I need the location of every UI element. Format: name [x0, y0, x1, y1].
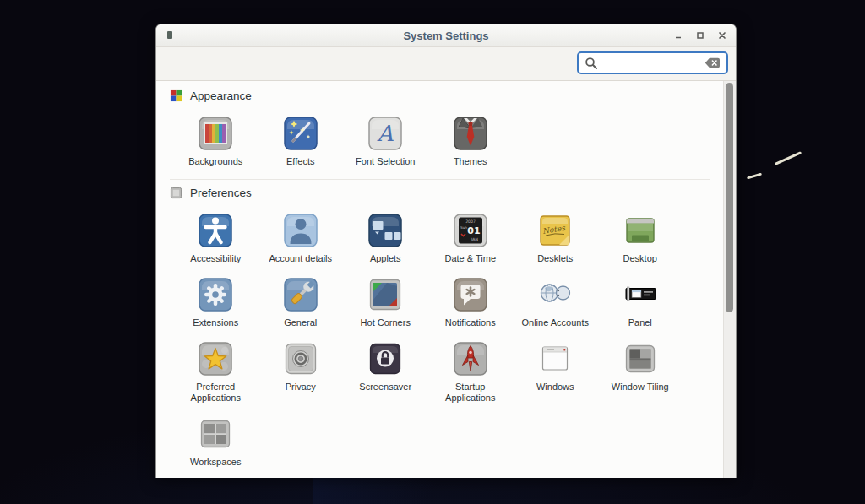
category-item-workspaces[interactable]: Workspaces [173, 409, 258, 473]
category-item-label: Effects [286, 156, 314, 167]
window-tiling-icon [620, 339, 661, 379]
category-item-backgrounds[interactable]: Backgrounds [173, 108, 258, 172]
category-item-privacy[interactable]: Privacy [258, 333, 344, 409]
notifications-icon [450, 274, 491, 315]
category-item-label: Window Tiling [612, 382, 669, 393]
category-item-windows[interactable]: Windows [513, 333, 598, 409]
section-header-preferences: Preferences [170, 185, 710, 200]
close-button[interactable] [716, 30, 727, 41]
category-item-applets[interactable]: Applets [343, 205, 428, 269]
desktop-artifact-dash [747, 173, 762, 180]
category-item-accessibility[interactable]: Accessibility [173, 205, 258, 269]
effects-icon [280, 113, 321, 154]
category-item-desklets[interactable]: NotesDesklets [513, 205, 598, 269]
category-item-label: Extensions [193, 317, 238, 328]
category-item-label: Desktop [623, 253, 657, 264]
preferences-section-icon [170, 187, 182, 199]
category-item-window-tiling[interactable]: Window Tiling [598, 333, 683, 409]
applets-icon [365, 210, 405, 251]
desktop-icon [620, 210, 661, 251]
scrollbar-thumb[interactable] [726, 83, 733, 312]
desktop-background: System Settings [0, 0, 865, 504]
minimize-button[interactable] [672, 30, 683, 41]
category-item-extensions[interactable]: Extensions [173, 269, 258, 333]
scrollbar[interactable] [723, 81, 736, 478]
section-separator [170, 179, 710, 180]
category-item-label: Privacy [286, 382, 316, 393]
category-item-label: Workspaces [190, 457, 241, 468]
category-item-desktop[interactable]: Desktop [598, 205, 683, 269]
toolbar [156, 47, 736, 81]
font-selection-icon: A [365, 113, 405, 154]
category-item-date-time[interactable]: 2007Sun01JANDate & Time [428, 205, 514, 269]
accessibility-icon [195, 210, 236, 251]
category-item-panel[interactable]: Panel [598, 269, 683, 333]
account-details-icon [280, 210, 321, 251]
online-accounts-icon [535, 274, 575, 315]
clear-search-icon[interactable] [705, 57, 721, 68]
category-item-account-details[interactable]: Account details [258, 205, 344, 269]
category-item-hot-corners[interactable]: Hot Corners [343, 269, 428, 333]
category-item-general[interactable]: General [258, 269, 344, 333]
category-item-themes[interactable]: Themes [428, 108, 514, 172]
hot-corners-icon [365, 274, 405, 315]
general-icon [280, 274, 321, 315]
category-item-label: Windows [536, 382, 574, 393]
section-header-appearance: Appearance [170, 88, 710, 103]
search-input[interactable] [598, 56, 705, 70]
search-icon [585, 57, 598, 70]
themes-icon [450, 113, 491, 154]
category-item-startup-applications[interactable]: Startup Applications [428, 333, 514, 409]
startup-applications-icon [450, 339, 491, 379]
category-item-label: Screensaver [359, 382, 411, 393]
workspaces-icon [195, 414, 236, 454]
svg-text:2007: 2007 [465, 219, 476, 224]
window-controls [672, 24, 727, 46]
desklets-icon: Notes [535, 210, 575, 251]
svg-text:JAN: JAN [471, 237, 478, 241]
extensions-icon [195, 274, 236, 315]
maximize-button[interactable] [694, 30, 705, 41]
category-grid: BackgroundsEffectsAFont SelectionThemes [173, 108, 687, 172]
window-titlebar[interactable]: System Settings [156, 24, 736, 47]
desktop-artifact-dash [775, 151, 802, 165]
svg-text:A: A [377, 121, 394, 146]
category-item-label: Account details [269, 253, 332, 264]
category-item-online-accounts[interactable]: Online Accounts [513, 269, 598, 333]
category-item-label: Startup Applications [430, 382, 511, 404]
category-item-label: Hot Corners [361, 317, 411, 328]
appearance-section-icon [170, 89, 182, 102]
category-item-label: Desklets [537, 253, 573, 264]
category-item-effects[interactable]: Effects [258, 108, 344, 172]
category-item-label: Applets [370, 253, 401, 264]
category-item-label: Themes [454, 156, 487, 167]
category-item-label: Accessibility [190, 253, 241, 264]
category-item-label: Online Accounts [522, 317, 590, 328]
category-item-notifications[interactable]: Notifications [428, 269, 514, 333]
search-box [577, 51, 728, 74]
category-grid: AccessibilityAccount detailsApplets2007S… [173, 205, 687, 473]
category-item-label: General [284, 317, 317, 328]
section-appearance: AppearanceBackgroundsEffectsAFont Select… [170, 88, 710, 172]
windows-icon [535, 339, 575, 379]
category-item-label: Font Selection [356, 156, 415, 167]
section-title: Appearance [190, 89, 252, 102]
backgrounds-icon [195, 113, 236, 154]
preferred-applications-icon [195, 339, 236, 379]
window-title: System Settings [156, 30, 736, 42]
svg-text:Sun: Sun [460, 225, 467, 230]
system-settings-window: System Settings [155, 24, 737, 478]
panel-icon [620, 274, 661, 315]
category-item-label: Backgrounds [188, 156, 242, 167]
section-title: Preferences [190, 187, 252, 199]
date-time-icon: 2007Sun01JAN [450, 210, 491, 251]
section-preferences: PreferencesAccessibilityAccount detailsA… [170, 185, 710, 473]
category-item-label: Panel [628, 317, 652, 328]
category-item-preferred-applications[interactable]: Preferred Applications [173, 333, 258, 409]
category-item-label: Preferred Applications [175, 382, 256, 404]
category-item-font-selection[interactable]: AFont Selection [343, 108, 428, 172]
category-item-screensaver[interactable]: Screensaver [343, 333, 428, 409]
privacy-icon [280, 339, 321, 379]
category-item-label: Notifications [445, 317, 496, 328]
settings-content: AppearanceBackgroundsEffectsAFont Select… [156, 81, 736, 478]
